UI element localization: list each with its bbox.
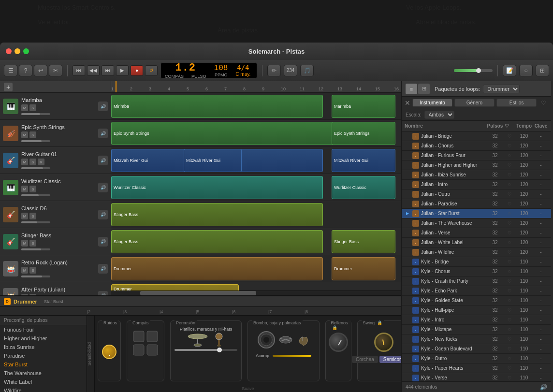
loop-browser-button[interactable]: ○ bbox=[519, 65, 533, 76]
loop-item[interactable]: ♩ Kyle - Verse 32 ♡ 110 - bbox=[402, 373, 551, 381]
mute-btn[interactable]: M bbox=[21, 240, 28, 247]
loop-item[interactable]: ♩ Julian - Intro 32 ♡ 120 - bbox=[402, 180, 551, 189]
loop-item[interactable]: ♩ Julian - Ibiza Sunrise 32 ♡ 120 - bbox=[402, 170, 551, 180]
solo-btn[interactable]: S bbox=[29, 104, 36, 111]
loop-heart-btn[interactable]: ♡ bbox=[505, 250, 514, 255]
solo-btn[interactable]: S bbox=[29, 267, 36, 274]
help-button[interactable]: ? bbox=[19, 65, 32, 76]
loop-heart-btn[interactable]: ♡ bbox=[505, 327, 514, 332]
mute-btn[interactable]: M bbox=[21, 267, 28, 274]
clip-after-1[interactable]: Drummer bbox=[111, 284, 239, 290]
minimize-button[interactable] bbox=[15, 48, 20, 54]
preset-item-ibiza[interactable]: Ibiza Sunrise bbox=[0, 343, 87, 351]
track-mute[interactable]: 🔊 bbox=[98, 156, 108, 165]
track-item[interactable]: 🥁 After Party (Julian) M S 🔊 bbox=[0, 282, 111, 295]
loop-heart-btn[interactable]: ♡ bbox=[505, 289, 514, 293]
browser-button[interactable]: ⊞ bbox=[536, 65, 549, 76]
clip-marimba-1[interactable]: Mirimba bbox=[111, 95, 323, 118]
loop-heart-btn[interactable]: ♡ bbox=[505, 163, 514, 168]
zoom-button[interactable]: 234 bbox=[284, 65, 297, 76]
corchea-btn[interactable]: Corchea bbox=[352, 356, 378, 363]
loop-button[interactable]: ↺ bbox=[145, 65, 158, 76]
loop-heart-btn[interactable]: ♡ bbox=[505, 153, 514, 158]
solo-btn[interactable]: S bbox=[29, 213, 36, 219]
preset-item-whitelabel[interactable]: White Label bbox=[0, 377, 87, 386]
loop-item[interactable]: ♩ Julian - Furious Four 32 ♡ 120 - bbox=[402, 151, 551, 160]
track-item[interactable]: 🎻 Epic Synth Strings M S 🔊 bbox=[0, 120, 111, 147]
close-button[interactable] bbox=[6, 48, 12, 54]
loop-heart-btn[interactable]: ♡ bbox=[505, 318, 514, 322]
loop-item[interactable]: ♩ Kyle - Paper Hearts 32 ♡ 110 - bbox=[402, 363, 551, 373]
paquete-select[interactable]: Drummer bbox=[483, 85, 520, 93]
swing-knob[interactable] bbox=[374, 333, 393, 352]
clip-marimba-2[interactable]: Marimba bbox=[332, 95, 395, 118]
track-item[interactable]: 🥁 Retro Rock (Logan) M S 🔊 bbox=[0, 255, 111, 282]
volume-icon[interactable]: 🔊 bbox=[540, 384, 547, 391]
loop-heart-btn[interactable]: ♡ bbox=[505, 144, 514, 148]
loop-heart-btn[interactable]: ♡ bbox=[505, 260, 514, 264]
loop-item[interactable]: ♩ Kyle - Bridge 32 ♡ 110 - bbox=[402, 257, 551, 267]
track-item[interactable]: 🎸 River Guitar 01 M S R 🔊 bbox=[0, 147, 111, 174]
loop-item[interactable]: ▶ ♩ Julian - Star Burst 32 ♡ 120 - bbox=[402, 209, 551, 218]
loop-heart-btn[interactable]: ♡ bbox=[505, 366, 514, 371]
preset-item-wildfire[interactable]: Wildfire bbox=[0, 386, 87, 392]
instrumento-filter[interactable]: Instrumento bbox=[412, 99, 452, 107]
track-mute[interactable]: 🔊 bbox=[98, 237, 108, 247]
semicorchea-btn[interactable]: Semicorchea bbox=[379, 356, 401, 363]
platillos-slider[interactable] bbox=[175, 349, 237, 351]
loop-heart-btn[interactable]: ♡ bbox=[505, 134, 514, 139]
track-item[interactable]: 🎸 Classic D6 M S 🔊 bbox=[0, 201, 111, 228]
loop-heart-btn[interactable]: ♡ bbox=[505, 173, 514, 177]
loop-item[interactable]: ♩ Kyle - Ocean Boulevard 32 ♡ 110 - bbox=[402, 344, 551, 354]
rellenos-knob[interactable] bbox=[329, 333, 348, 352]
scale-select[interactable]: Ambos Mayor Menor bbox=[424, 111, 454, 119]
loop-heart-btn[interactable]: ♡ bbox=[505, 337, 514, 342]
loop-item[interactable]: ♩ Kyle - Echo Park 32 ♡ 110 - bbox=[402, 286, 551, 296]
loop-heart-btn[interactable]: ♡ bbox=[505, 356, 514, 361]
loop-item[interactable]: ♩ Julian - The Warehouse 32 ♡ 120 - bbox=[402, 218, 551, 228]
preset-item-starburst[interactable]: Star Burst bbox=[0, 360, 87, 369]
loop-heart-btn[interactable]: ♡ bbox=[505, 211, 514, 216]
clip-classic-1[interactable]: Stinger Bass bbox=[111, 203, 323, 226]
clip-guitar-2[interactable]: Mitzvah River Gui bbox=[184, 149, 242, 172]
clip-epic-2[interactable]: Epic Synth Strings bbox=[332, 122, 395, 145]
track-volume[interactable] bbox=[21, 140, 50, 142]
loops-tab-list[interactable]: ≡ bbox=[406, 84, 417, 94]
loop-item[interactable]: ♩ Kyle - Golden State 32 ♡ 110 - bbox=[402, 296, 551, 305]
track-volume[interactable] bbox=[21, 276, 50, 277]
loop-item[interactable]: ♩ Kyle - Half-pipe 32 ♡ 110 - bbox=[402, 305, 551, 315]
mute-btn[interactable]: M bbox=[21, 104, 28, 111]
loop-item[interactable]: ♩ Julian - Verse 32 ♡ 120 - bbox=[402, 228, 551, 238]
skip-forward-button[interactable]: ⏭ bbox=[102, 65, 114, 76]
clip-wurlitzer-2[interactable]: Wurlitzer Classic bbox=[332, 176, 395, 199]
estilos-filter[interactable]: Estilos bbox=[496, 99, 537, 107]
play-button[interactable]: ▶ bbox=[116, 65, 129, 76]
preset-item-paradise[interactable]: Paradise bbox=[0, 351, 87, 360]
clip-guitar-3[interactable]: Mitzvah River Gui bbox=[332, 149, 395, 172]
mute-btn[interactable]: M bbox=[21, 159, 28, 165]
track-item[interactable]: 🎹 Marimba M S 🔊 bbox=[0, 93, 111, 120]
loop-heart-btn[interactable]: ♡ bbox=[505, 269, 514, 274]
loop-item[interactable]: ♩ Julian - Wildfire 32 ♡ 120 - bbox=[402, 247, 551, 257]
preset-item-higher[interactable]: Higher and Higher bbox=[0, 334, 87, 343]
loops-close-btn[interactable]: ✕ bbox=[405, 99, 410, 107]
preset-item-furious[interactable]: Furious Four bbox=[0, 325, 87, 334]
loop-heart-btn[interactable]: ♡ bbox=[505, 347, 514, 351]
track-volume[interactable] bbox=[21, 248, 50, 250]
acomp-slider[interactable] bbox=[273, 355, 311, 357]
loop-item[interactable]: ♩ Julian - Bridge 32 ♡ 120 - bbox=[402, 131, 551, 141]
track-mute[interactable]: 🔊 bbox=[98, 210, 108, 219]
clip-stinger-2[interactable]: Stinger Bass bbox=[332, 230, 395, 253]
track-mute[interactable]: 🔊 bbox=[98, 102, 108, 111]
loop-heart-btn[interactable]: ♡ bbox=[505, 308, 514, 313]
clip-stinger-1[interactable]: Stinger Bass bbox=[111, 230, 323, 253]
track-mute[interactable]: 🔊 bbox=[98, 291, 108, 296]
loop-item[interactable]: ♩ Kyle - Chorus 32 ♡ 110 - bbox=[402, 267, 551, 276]
master-volume-slider[interactable] bbox=[454, 69, 493, 72]
record-button[interactable]: ● bbox=[131, 65, 143, 76]
loop-heart-btn[interactable]: ♡ bbox=[505, 240, 514, 245]
rec-btn[interactable]: R bbox=[38, 159, 44, 165]
preset-item-warehouse[interactable]: The Warehouse bbox=[0, 369, 87, 377]
loop-item[interactable]: ♩ Kyle - Crash the Party 32 ♡ 110 - bbox=[402, 276, 551, 286]
loops-tab-grid[interactable]: ⊞ bbox=[418, 84, 430, 94]
